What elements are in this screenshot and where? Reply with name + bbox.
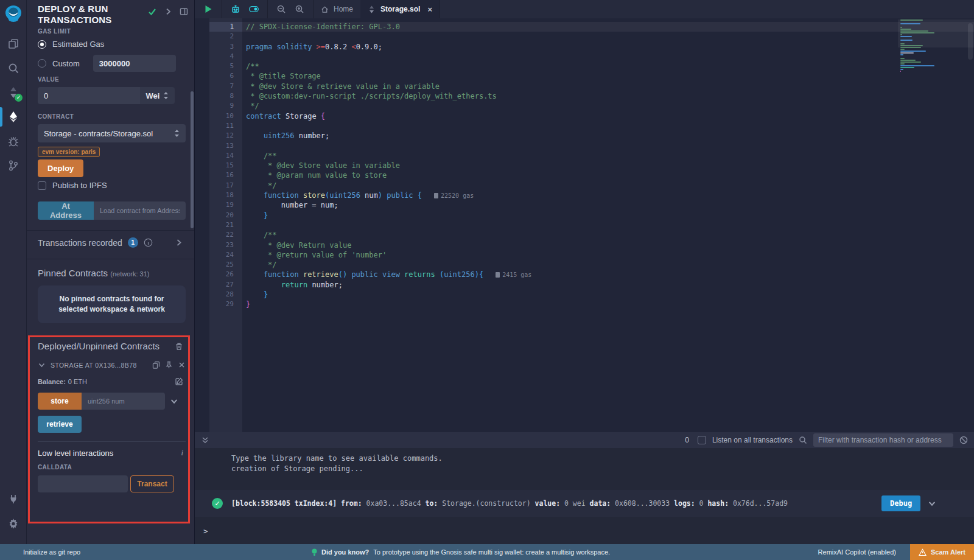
evm-version-badge: evm version: paris — [38, 147, 100, 157]
terminal-prompt[interactable]: > — [203, 527, 208, 536]
lightbulb-icon — [312, 548, 317, 556]
run-script-icon[interactable] — [203, 4, 213, 14]
updown-icon — [163, 92, 169, 99]
terminal-body[interactable]: Type the library name to see available c… — [195, 448, 974, 544]
chevron-down-icon[interactable] — [38, 361, 46, 369]
sidebar-item-solidity-compiler[interactable]: ✓ — [0, 80, 27, 105]
at-address-button[interactable]: At Address — [38, 201, 94, 220]
trash-icon[interactable] — [175, 342, 183, 351]
copy-icon[interactable] — [152, 361, 160, 369]
deployed-contract-header[interactable]: STORAGE AT 0X136...8B78 — [38, 361, 186, 369]
scam-alert-button[interactable]: Scam Alert — [910, 544, 974, 560]
close-icon[interactable] — [178, 361, 186, 369]
custom-gas-label: Custom — [52, 59, 80, 68]
terminal: 0 Listen on all transactions Type the li… — [195, 432, 974, 544]
minimap-slider[interactable] — [898, 19, 974, 47]
pinned-empty-message: No pinned contracts found for selected w… — [38, 285, 186, 323]
zoom-in-icon[interactable] — [295, 4, 304, 14]
panel-title: DEPLOY & RUN TRANSACTIONS — [38, 4, 135, 26]
chevron-right-icon[interactable] — [174, 238, 183, 247]
editor-scrollbar[interactable] — [968, 23, 973, 60]
close-tab-icon[interactable]: × — [427, 5, 432, 14]
value-label: VALUE — [38, 76, 186, 83]
compiler-success-badge: ✓ — [15, 94, 23, 102]
publish-ipfs-option[interactable]: Publish to IPFS — [38, 181, 186, 190]
balance-label: Balance: — [38, 378, 66, 385]
remix-logo[interactable] — [3, 5, 24, 23]
sidebar-item-plugin-manager[interactable] — [0, 487, 27, 511]
minimap[interactable] — [900, 19, 936, 72]
sidebar-item-file-explorer[interactable] — [0, 32, 27, 56]
tx-details: [block:5583405 txIndex:4] from: 0xa03...… — [231, 499, 877, 508]
panel-scrollbar[interactable] — [191, 91, 194, 228]
pin-panel-icon[interactable] — [180, 7, 188, 16]
deployed-contracts-title: Deployed/Unpinned Contracts — [38, 341, 159, 351]
custom-gas-input[interactable] — [93, 55, 176, 72]
estimated-gas-label: Estimated Gas — [52, 40, 104, 49]
code-lines: // SPDX-License-Identifier: GPL-3.0pragm… — [246, 22, 931, 310]
vertical-icon-panel: ✓ — [0, 0, 27, 544]
tx-success-icon: ✓ — [212, 498, 223, 509]
contract-label: CONTRACT — [38, 113, 186, 120]
info-icon — [144, 238, 153, 247]
remix-ide-window: ✓ DEPLOY & RUN TRANSACTIONS — [0, 0, 974, 560]
retrieve-function-button[interactable]: retrieve — [38, 416, 82, 433]
value-unit-select[interactable]: Wei — [140, 87, 175, 104]
estimated-gas-radio[interactable] — [38, 40, 46, 49]
collapse-terminal-icon[interactable] — [201, 436, 209, 444]
calldata-label: CALLDATA — [38, 464, 186, 471]
sidebar-item-search[interactable] — [0, 56, 27, 80]
git-init-status[interactable]: Initialize as git repo — [23, 548, 80, 556]
copilot-status[interactable]: RemixAI Copilot (enabled) — [818, 548, 896, 556]
pinned-contracts-title: Pinned Contracts (network: 31) — [38, 268, 186, 278]
status-bar: Initialize as git repo Did you know? To … — [0, 544, 974, 560]
did-you-know-tip: Did you know? To prototype using the Gno… — [312, 548, 610, 556]
balance-value: 0 ETH — [68, 378, 87, 385]
transact-button[interactable]: Transact — [130, 475, 174, 492]
listen-all-checkbox[interactable] — [698, 436, 706, 444]
value-unit: Wei — [146, 91, 160, 100]
tab-storage-sol[interactable]: Storage.sol × — [360, 0, 440, 18]
store-function-button[interactable]: store — [38, 393, 82, 410]
sidebar-item-settings[interactable] — [0, 511, 27, 536]
transactions-recorded-row[interactable]: Transactions recorded 1 — [38, 237, 186, 248]
tab-home[interactable]: Home — [314, 0, 360, 18]
home-icon — [321, 5, 329, 13]
deploy-button[interactable]: Deploy — [38, 159, 83, 177]
calldata-input[interactable] — [38, 475, 128, 492]
filter-transactions-input[interactable] — [813, 433, 953, 447]
debug-button[interactable]: Debug — [881, 495, 920, 511]
value-input[interactable] — [38, 87, 140, 104]
editor-toolbar: Home Storage.sol × — [195, 0, 974, 18]
custom-gas-radio[interactable] — [38, 59, 46, 68]
sidebar-item-debugger[interactable] — [0, 129, 27, 153]
terminal-log-line: Type the library name to see available c… — [195, 448, 974, 464]
panel-forward-icon[interactable] — [164, 7, 172, 16]
warning-icon — [919, 548, 927, 556]
estimated-gas-option[interactable]: Estimated Gas — [38, 40, 186, 49]
pin-icon[interactable] — [165, 361, 173, 369]
sidebar-item-git[interactable] — [0, 153, 27, 178]
store-arg-input[interactable] — [82, 393, 165, 410]
terminal-log-line: creation of Storage pending... — [195, 464, 974, 474]
sidebar-item-deploy-and-run[interactable] — [0, 105, 27, 129]
expand-tx-icon[interactable] — [928, 499, 936, 508]
terminal-header: 0 Listen on all transactions — [195, 432, 974, 448]
contract-select[interactable]: Storage - contracts/Storage.sol — [38, 124, 186, 142]
zoom-out-icon[interactable] — [276, 4, 286, 14]
ai-copilot-robot-icon[interactable] — [231, 4, 240, 14]
code-area[interactable]: 1234567891011121314151617181920212223242… — [195, 18, 974, 432]
clear-filter-icon[interactable] — [959, 436, 968, 444]
copilot-toggle-icon[interactable] — [249, 4, 259, 14]
info-icon: i — [181, 448, 183, 458]
balance-row: Balance: 0 ETH — [38, 377, 186, 385]
listen-all-label: Listen on all transactions — [712, 436, 793, 444]
expand-args-icon[interactable] — [170, 397, 178, 405]
at-address-input[interactable] — [94, 201, 186, 220]
publish-ipfs-checkbox[interactable] — [38, 181, 46, 190]
transactions-count-badge: 1 — [128, 237, 138, 248]
edit-icon[interactable] — [175, 377, 183, 385]
deployed-contract-name: STORAGE AT 0X136...8B78 — [51, 362, 147, 369]
transaction-log-row[interactable]: ✓ [block:5583405 txIndex:4] from: 0xa03.… — [195, 490, 974, 517]
publish-ipfs-label: Publish to IPFS — [52, 181, 107, 190]
